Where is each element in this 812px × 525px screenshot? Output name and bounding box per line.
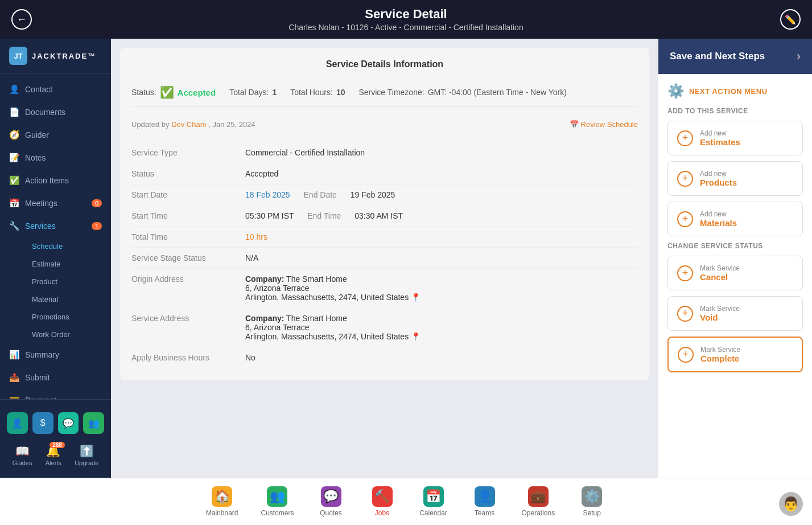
- row-label: Start Time: [131, 211, 245, 220]
- next-action-header: ⚙️ NEXT ACTION MENU: [667, 83, 803, 99]
- plus-icon: +: [677, 171, 693, 187]
- services-icon: 🔧: [9, 221, 19, 231]
- mark-cancel-card[interactable]: + Mark Service Cancel: [667, 256, 803, 290]
- total-hours-value: 10: [336, 88, 345, 97]
- mark-complete-card[interactable]: + Mark Service Complete: [667, 337, 803, 372]
- mark-void-card[interactable]: + Mark Service Void: [667, 296, 803, 331]
- user-avatar-1[interactable]: 👤: [7, 412, 28, 434]
- sidebar-item-label: Contact: [25, 85, 52, 94]
- mainboard-icon: 🏠: [212, 486, 232, 507]
- sidebar-item-contact[interactable]: 👤 Contact: [0, 78, 111, 101]
- sidebar-item-documents[interactable]: 📄 Documents: [0, 101, 111, 124]
- sub-schedule[interactable]: Schedule: [23, 237, 111, 255]
- sidebar-item-services[interactable]: 🔧 Services 1: [0, 215, 111, 237]
- sub-work-order[interactable]: Work Order: [23, 326, 111, 343]
- nav-teams[interactable]: 👤 Teams: [459, 483, 510, 520]
- content-area: Service Details Information Status: ✅ Ac…: [111, 39, 812, 478]
- add-materials-card[interactable]: + Add new Materials: [667, 202, 803, 236]
- timezone-value: GMT: -04:00 (Eastern Time - New York): [428, 88, 567, 97]
- profile-avatar[interactable]: 👨: [779, 492, 803, 516]
- table-row: Origin Address Company: The Smart Home 6…: [131, 269, 638, 308]
- sidebar-item-label: Guider: [25, 130, 49, 140]
- row-label: Apply Business Hours: [131, 353, 245, 362]
- review-schedule-link[interactable]: 📅 Review Schedule: [570, 120, 638, 129]
- jobs-label: Jobs: [375, 509, 389, 517]
- mark-cancel-big: Cancel: [700, 272, 740, 282]
- nav-jobs[interactable]: 🔨 Jobs: [357, 483, 408, 520]
- row-label: Total Time: [131, 232, 245, 241]
- sidebar-item-payment[interactable]: 💳 Payment: [0, 389, 111, 399]
- nav-mainboard[interactable]: 🏠 Mainboard: [195, 483, 250, 520]
- logo-text: JACKTRADE™: [32, 52, 96, 60]
- quotes-label: Quotes: [320, 509, 342, 517]
- mark-complete-big: Complete: [700, 354, 740, 363]
- nav-customers[interactable]: 👥 Customers: [249, 483, 305, 520]
- sidebar-item-summary[interactable]: 📊 Summary: [0, 343, 111, 366]
- status-label: Status:: [131, 88, 156, 97]
- submit-icon: 📤: [9, 372, 19, 383]
- user-avatars-row: 👤 $ 💬 👥: [0, 407, 111, 440]
- add-estimates-small: Add new: [700, 129, 740, 137]
- row-label: Status: [131, 169, 245, 178]
- sidebar-item-guider[interactable]: 🧭 Guider: [0, 124, 111, 146]
- end-date-value: 19 Feb 2025: [351, 190, 395, 199]
- meetings-icon: 📅: [9, 198, 19, 208]
- page-title: Service Detail: [288, 7, 523, 22]
- upgrade-icon: ⬆️: [80, 444, 94, 458]
- next-action-gear-icon: ⚙️: [667, 83, 685, 99]
- setup-icon: ⚙️: [582, 486, 602, 507]
- row-label: Start Date: [131, 190, 245, 199]
- add-products-card[interactable]: + Add new Products: [667, 161, 803, 196]
- alerts-badge: 268: [50, 442, 65, 448]
- sub-product[interactable]: Product: [23, 273, 111, 290]
- sidebar-item-meetings[interactable]: 📅 Meetings 0: [0, 192, 111, 215]
- upgrade-button[interactable]: ⬆️ Upgrade: [75, 444, 98, 466]
- add-estimates-card[interactable]: + Add new Estimates: [667, 121, 803, 155]
- updated-user-link[interactable]: Dev Cham: [171, 120, 206, 129]
- setup-label: Setup: [583, 509, 601, 517]
- sub-material[interactable]: Material: [23, 290, 111, 308]
- table-row: Start Date 18 Feb 2025 End Date 19 Feb 2…: [131, 184, 638, 206]
- table-row: Status Accepted: [131, 163, 638, 184]
- sidebar-item-action-items[interactable]: ✅ Action Items: [0, 169, 111, 192]
- main-layout: JT JACKTRADE™ 👤 Contact 📄 Documents 🧭 Gu…: [0, 39, 812, 478]
- sub-estimate[interactable]: Estimate: [23, 255, 111, 273]
- row-value: 10 hrs: [245, 232, 638, 241]
- next-action-section: ⚙️ NEXT ACTION MENU ADD TO THIS SERVICE …: [658, 74, 812, 387]
- user-avatar-2[interactable]: $: [32, 412, 53, 434]
- timezone-label: Service Timezone:: [358, 88, 424, 97]
- map-pin-icon[interactable]: 📍: [411, 332, 421, 341]
- map-pin-icon[interactable]: 📍: [411, 293, 421, 302]
- total-days-label: Total Days:: [229, 88, 269, 97]
- sidebar-item-submit[interactable]: 📤 Submit: [0, 366, 111, 389]
- sidebar-item-notes[interactable]: 📝 Notes: [0, 146, 111, 169]
- bottom-nav: 🏠 Mainboard 👥 Customers 💬 Quotes 🔨 Jobs …: [0, 478, 812, 525]
- customers-icon: 👥: [267, 486, 287, 507]
- edit-button[interactable]: ✏️: [780, 9, 801, 30]
- status-bar: Status: ✅ Accepted Total Days: 1 Total H…: [131, 79, 638, 106]
- nav-calendar[interactable]: 📅 Calendar: [408, 483, 459, 520]
- row-label: Service Address: [131, 314, 245, 341]
- operations-label: Operations: [522, 509, 555, 517]
- nav-operations[interactable]: 💼 Operations: [510, 483, 567, 520]
- row-label: Service Stage Status: [131, 253, 245, 262]
- page-title-block: Service Detail Charles Nolan - 10126 - A…: [288, 7, 523, 32]
- profile-avatar-area: 👨: [779, 492, 803, 516]
- user-avatar-4[interactable]: 👥: [83, 412, 104, 434]
- detail-table: Service Type Commercial - Certified Inst…: [131, 142, 638, 368]
- total-days-item: Total Days: 1: [229, 88, 277, 97]
- nav-quotes[interactable]: 💬 Quotes: [306, 483, 357, 520]
- nav-setup[interactable]: ⚙️ Setup: [566, 483, 617, 520]
- add-estimates-text: Add new Estimates: [700, 129, 740, 147]
- contact-icon: 👤: [9, 84, 19, 95]
- user-avatar-3[interactable]: 💬: [58, 412, 79, 434]
- guides-button[interactable]: 📖 Guides: [13, 444, 32, 466]
- plus-icon: +: [677, 211, 693, 227]
- alerts-button[interactable]: 268 🔔 Alerts: [46, 444, 61, 466]
- action-items-icon: ✅: [9, 175, 19, 186]
- add-products-small: Add new: [700, 170, 737, 178]
- back-button[interactable]: ←: [11, 9, 32, 30]
- save-next-button[interactable]: Save and Next Steps ›: [658, 39, 812, 74]
- add-estimates-big: Estimates: [700, 137, 740, 147]
- sub-promotions[interactable]: Promotions: [23, 308, 111, 326]
